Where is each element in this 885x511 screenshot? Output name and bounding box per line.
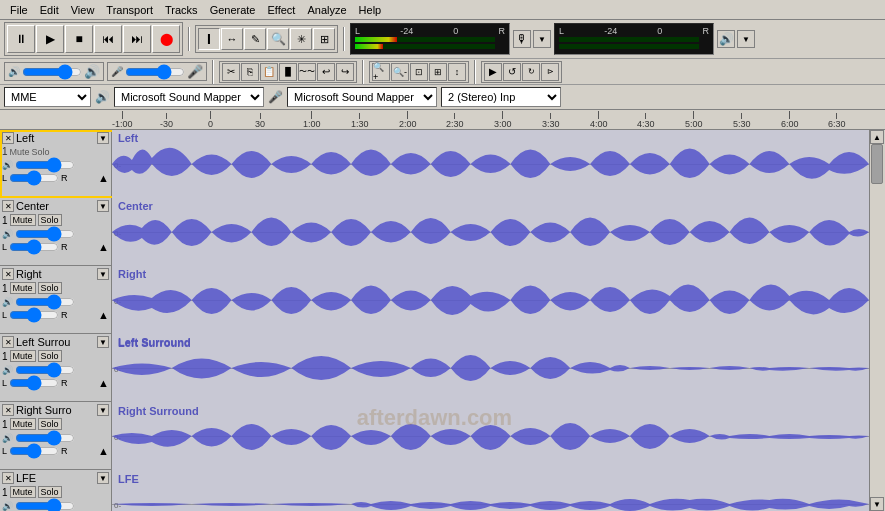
loop2-button[interactable]: ↻ (522, 63, 540, 81)
rs-mute-btn[interactable]: Mute (10, 418, 36, 430)
center-pan-slider[interactable] (9, 242, 59, 252)
ls-gain-slider[interactable] (15, 365, 75, 375)
scroll-thumb[interactable] (871, 144, 883, 184)
right-pan-slider[interactable] (9, 310, 59, 320)
ls-pan-r: R (61, 378, 68, 388)
ls-pan-l: L (2, 378, 7, 388)
copy-button[interactable]: ⎘ (241, 63, 259, 81)
paste-button[interactable]: 📋 (260, 63, 278, 81)
right-solo-btn[interactable]: Solo (38, 282, 62, 294)
speaker-icon: 🔊 (717, 30, 735, 48)
menu-transport[interactable]: Transport (100, 2, 159, 18)
center-gain-slider[interactable] (15, 229, 75, 239)
right-gain-slider[interactable] (15, 297, 75, 307)
rs-solo-btn[interactable]: Solo (38, 418, 62, 430)
close-center-button[interactable]: ✕ (2, 200, 14, 212)
center-track-dropdown[interactable]: ▼ (97, 200, 109, 212)
scroll-down-btn[interactable]: ▼ (870, 497, 884, 511)
ls-solo-btn[interactable]: Solo (38, 350, 62, 362)
rs-track-dropdown[interactable]: ▼ (97, 404, 109, 416)
envelope-tool-button[interactable]: ↔ (221, 28, 243, 50)
close-ls-button[interactable]: ✕ (2, 336, 14, 348)
lfe-gain-slider[interactable] (15, 501, 75, 511)
left-collapse-btn[interactable]: ▲ (98, 172, 109, 184)
trim-button[interactable]: ▐▌ (279, 63, 297, 81)
menu-analyze[interactable]: Analyze (301, 2, 352, 18)
center-collapse-btn[interactable]: ▲ (98, 241, 109, 253)
input-volume-slider[interactable] (125, 66, 185, 78)
cut-button[interactable]: ✂ (222, 63, 240, 81)
center-pan-r: R (61, 242, 68, 252)
speaker-dropdown[interactable]: ▼ (737, 30, 755, 48)
ls-collapse-btn[interactable]: ▲ (98, 377, 109, 389)
redo-button[interactable]: ↪ (336, 63, 354, 81)
ls-pan-slider[interactable] (9, 378, 59, 388)
right-track-num: 1 (2, 283, 8, 294)
right-mute-btn[interactable]: Mute (10, 282, 36, 294)
rs-collapse-btn[interactable]: ▲ (98, 445, 109, 457)
menu-edit[interactable]: Edit (34, 2, 65, 18)
lfe-solo-btn[interactable]: Solo (38, 486, 62, 498)
zoom-in-button[interactable]: 🔍+ (372, 63, 390, 81)
play2-button[interactable]: ▶ (484, 63, 502, 81)
zoom-out-button[interactable]: 🔍- (391, 63, 409, 81)
left-gain-slider[interactable] (15, 160, 75, 170)
center-solo-btn[interactable]: Solo (38, 214, 62, 226)
menu-help[interactable]: Help (353, 2, 388, 18)
menu-tracks[interactable]: Tracks (159, 2, 204, 18)
pause-button[interactable]: ⏸ (7, 25, 35, 53)
skip-back-button[interactable]: ⏮ (94, 25, 122, 53)
silence-button[interactable]: 〜〜 (298, 63, 316, 81)
zoom-tracks-button[interactable]: ↕ (448, 63, 466, 81)
sep4 (362, 60, 364, 84)
audio-host-select[interactable]: MME DirectSound WASAPI (4, 87, 91, 107)
output-vu-meter: L -24 0 R (554, 23, 714, 55)
ruler-track: -1:00 -30 0 30 1:00 (112, 110, 885, 129)
close-lfe-button[interactable]: ✕ (2, 472, 14, 484)
output-device-select[interactable]: Microsoft Sound Mapper (114, 87, 264, 107)
zoom-tool-button[interactable]: 🔍 (267, 28, 289, 50)
menu-view[interactable]: View (65, 2, 101, 18)
right-collapse-btn[interactable]: ▲ (98, 309, 109, 321)
close-right-button[interactable]: ✕ (2, 268, 14, 280)
main-area: ✕ Left ▼ 1 Mute Solo 🔊 L (0, 130, 885, 511)
draw-tool-button[interactable]: ✎ (244, 28, 266, 50)
timeshift-tool-button[interactable]: ✳ (290, 28, 312, 50)
left-mute-btn[interactable]: Mute (10, 147, 30, 157)
menu-effect[interactable]: Effect (262, 2, 302, 18)
lfe-mute-btn[interactable]: Mute (10, 486, 36, 498)
loop-button[interactable]: ↺ (503, 63, 521, 81)
close-rs-button[interactable]: ✕ (2, 404, 14, 416)
vertical-scrollbar[interactable]: ▲ ▼ (869, 130, 885, 511)
left-track-dropdown[interactable]: ▼ (97, 132, 109, 144)
zoom-fit-button[interactable]: ⊡ (410, 63, 428, 81)
close-left-button[interactable]: ✕ (2, 132, 14, 144)
ls-mute-btn[interactable]: Mute (10, 350, 36, 362)
mic-dropdown[interactable]: ▼ (533, 30, 551, 48)
record-button[interactable]: ⬤ (152, 25, 180, 53)
output-volume-slider[interactable] (22, 66, 82, 78)
rs-gain-icon: 🔊 (2, 433, 13, 443)
center-mute-btn[interactable]: Mute (10, 214, 36, 226)
rs-pan-slider[interactable] (9, 446, 59, 456)
right-track-dropdown[interactable]: ▼ (97, 268, 109, 280)
stop-button[interactable]: ■ (65, 25, 93, 53)
multi-tool-button[interactable]: ⊞ (313, 28, 335, 50)
play-button[interactable]: ▶ (36, 25, 64, 53)
left-solo-btn[interactable]: Solo (32, 147, 50, 157)
input-device-select[interactable]: Microsoft Sound Mapper (287, 87, 437, 107)
channels-select[interactable]: 2 (Stereo) Inp 1 (Mono) (441, 87, 561, 107)
play3-button[interactable]: ⊳ (541, 63, 559, 81)
scroll-up-btn[interactable]: ▲ (870, 130, 884, 144)
selection-tool-button[interactable]: I (198, 28, 220, 50)
zoom-sel-button[interactable]: ⊞ (429, 63, 447, 81)
lfe-track-dropdown[interactable]: ▼ (97, 472, 109, 484)
left-pan-slider[interactable] (9, 173, 59, 183)
menu-file[interactable]: File (4, 2, 34, 18)
ls-track-dropdown[interactable]: ▼ (97, 336, 109, 348)
waveform-rs: 0- Right Surround (112, 402, 869, 470)
menu-generate[interactable]: Generate (204, 2, 262, 18)
undo-button[interactable]: ↩ (317, 63, 335, 81)
rs-gain-slider[interactable] (15, 433, 75, 443)
skip-fwd-button[interactable]: ⏭ (123, 25, 151, 53)
